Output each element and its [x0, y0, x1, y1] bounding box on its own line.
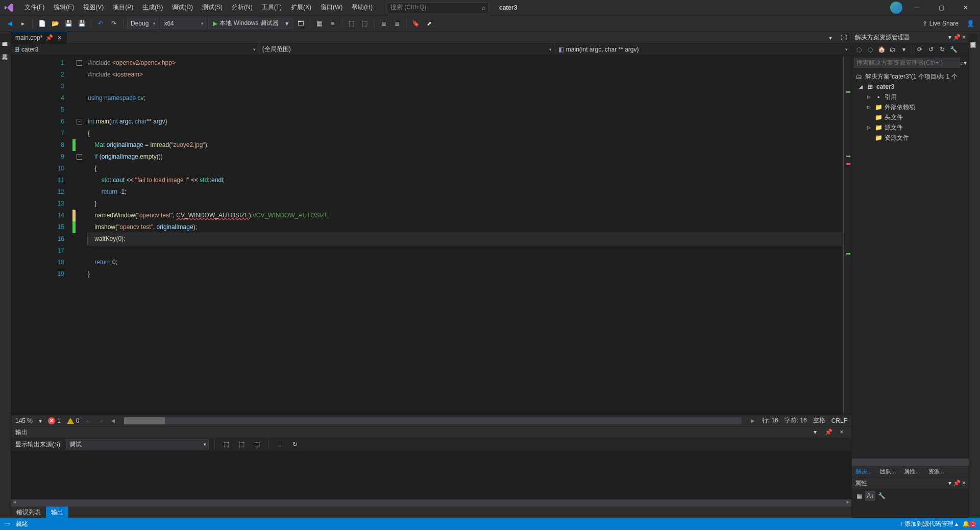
output-dropdown-icon[interactable]: ▾ — [810, 426, 821, 438]
hscrollbar[interactable] — [124, 417, 741, 424]
sol-tb-home[interactable]: 🏠 — [876, 44, 887, 55]
tree-references[interactable]: ▷ ▪ 引用 — [853, 92, 968, 102]
tree-project[interactable]: ◢ ⊞ cater3 — [853, 82, 968, 92]
search-icon[interactable]: ⌕ — [960, 59, 964, 66]
save-button[interactable]: 💾 — [63, 18, 74, 29]
tb-icon-8[interactable]: 🔖 — [410, 18, 422, 29]
rail-server-explorer[interactable]: 服务器资源管理器 — [0, 34, 11, 42]
tb-icon-9[interactable]: ⬈ — [424, 18, 435, 29]
feedback-button[interactable]: 👤 — [965, 18, 976, 29]
sol-tb-3[interactable]: 🗂 — [888, 44, 898, 55]
tree-sources[interactable]: ▷ 📁 源文件 — [853, 122, 968, 133]
notifications-button[interactable]: 🔔 1 — [962, 520, 976, 527]
output-tb-1[interactable]: ⬚ — [220, 439, 232, 450]
close-tab-icon[interactable]: × — [56, 34, 62, 42]
menu-help[interactable]: 帮助(H) — [348, 1, 377, 14]
sol-tb-sync[interactable]: ⟳ — [915, 44, 925, 55]
zoom-level[interactable]: 145 % — [15, 417, 33, 424]
nav-scope-project[interactable]: ⊞ cater3 — [11, 44, 259, 55]
tab-team[interactable]: 团队... — [876, 466, 900, 477]
panel-close-icon[interactable]: × — [962, 34, 966, 41]
props-wrench-icon[interactable]: 🔧 — [876, 491, 887, 501]
open-file-button[interactable]: 📂 — [50, 18, 61, 29]
col-indicator[interactable]: 字符: 16 — [785, 416, 807, 425]
search-box[interactable]: 搜索 (Ctrl+Q) ⌕ — [387, 2, 489, 13]
save-all-button[interactable]: 💾 — [76, 18, 87, 29]
output-source-dropdown[interactable]: 调试 — [66, 439, 209, 449]
menu-build[interactable]: 生成(B) — [138, 1, 167, 14]
hscroll-right[interactable]: ► — [750, 417, 756, 424]
tab-properties[interactable]: 属性... — [900, 466, 924, 477]
props-cat-icon[interactable]: ▦ — [854, 491, 864, 501]
tb-icon-5[interactable]: ⬚ — [359, 18, 371, 29]
config-dropdown[interactable]: Debug — [127, 18, 158, 29]
source-control-button[interactable]: ↑ 添加到源代码管理 ▴ — [900, 520, 959, 528]
search-dd-icon[interactable]: ▾ — [964, 59, 967, 66]
nav-next[interactable]: → — [97, 417, 104, 424]
output-close-icon[interactable]: × — [836, 426, 847, 438]
pin-icon[interactable]: 📌 — [45, 34, 53, 41]
tb-icon-6[interactable]: ≣ — [378, 18, 389, 29]
undo-button[interactable]: ↶ — [95, 18, 106, 29]
overview-ruler[interactable] — [843, 55, 851, 415]
props-close-icon[interactable]: × — [962, 479, 966, 487]
tb-icon-4[interactable]: ⬚ — [346, 18, 357, 29]
output-body[interactable] — [11, 451, 851, 499]
tree-headers[interactable]: 📁 头文件 — [853, 112, 968, 122]
tb-icon-3[interactable]: ≡ — [327, 18, 338, 29]
menu-extensions[interactable]: 扩展(X) — [287, 1, 315, 14]
solution-hscroll[interactable] — [852, 459, 969, 466]
tree-external[interactable]: ▷ 📁 外部依赖项 — [853, 102, 968, 112]
output-tb-5[interactable]: ↻ — [289, 439, 301, 450]
props-dropdown-icon[interactable]: ▾ — [948, 479, 951, 487]
new-file-button[interactable]: 📄 — [36, 18, 47, 29]
nav-scope-function[interactable]: ◧ main(int argc, char ** argv) — [555, 44, 851, 55]
tab-overflow-button[interactable]: ▾ — [825, 32, 836, 43]
output-pin-icon[interactable]: 📌 — [823, 426, 834, 438]
tree-solution-root[interactable]: 🗂 解决方案"cater3"(1 个项目/共 1 个 — [853, 71, 968, 82]
sol-tb-wrench[interactable]: 🔧 — [948, 44, 959, 55]
maximize-button[interactable]: ▢ — [931, 1, 951, 15]
tab-error-list[interactable]: 错误列表 — [11, 507, 46, 518]
sol-tb-1[interactable]: ◌ — [854, 44, 864, 55]
nav-back-button[interactable]: ◀ — [4, 18, 15, 29]
close-button[interactable]: ✕ — [955, 1, 976, 15]
start-debug-button[interactable]: ▶ 本地 Windows 调试器 ▾ — [208, 18, 292, 29]
sol-tb-5[interactable]: ↺ — [926, 44, 936, 55]
menu-view[interactable]: 视图(V) — [79, 1, 108, 14]
lineend-indicator[interactable]: CRLF — [831, 417, 847, 424]
menu-window[interactable]: 窗口(W) — [316, 1, 347, 14]
menu-analyze[interactable]: 分析(N) — [228, 1, 257, 14]
menu-edit[interactable]: 编辑(E) — [50, 1, 78, 14]
file-tab-main[interactable]: main.cpp* 📌 × — [11, 32, 67, 43]
redo-button[interactable]: ↷ — [108, 18, 119, 29]
tab-fullscreen-button[interactable]: ⛶ — [838, 32, 849, 43]
output-tb-2[interactable]: ⬚ — [236, 439, 247, 450]
menu-test[interactable]: 测试(S) — [198, 1, 227, 14]
spaces-indicator[interactable]: 空格 — [813, 416, 825, 425]
tb-icon-2[interactable]: ▦ — [314, 18, 325, 29]
rail-team-explorer[interactable]: 团队资源管理器 — [969, 34, 977, 42]
menu-debug[interactable]: 调试(D) — [168, 1, 197, 14]
output-tb-4[interactable]: ≣ — [274, 439, 285, 450]
line-indicator[interactable]: 行: 16 — [762, 416, 778, 425]
platform-dropdown[interactable]: x64 — [160, 18, 206, 29]
nav-fwd-button[interactable]: ▸ — [17, 18, 29, 29]
sol-tb-4[interactable]: ▾ — [899, 44, 909, 55]
error-count[interactable]: ✕1 — [48, 417, 61, 424]
menu-tools[interactable]: 工具(T) — [258, 1, 286, 14]
rail-toolbox[interactable]: 工具箱 — [0, 46, 11, 54]
solution-search-input[interactable] — [854, 58, 960, 68]
tb-icon-7[interactable]: ≣ — [391, 18, 403, 29]
avatar-icon[interactable] — [890, 2, 902, 14]
liveshare-button[interactable]: ⇪ Live Share — [918, 20, 963, 27]
props-pin-icon[interactable]: 📌 — [953, 479, 961, 487]
nav-prev[interactable]: ← — [85, 417, 91, 424]
props-az-icon[interactable]: A↓ — [865, 491, 875, 501]
menu-file[interactable]: 文件(F) — [20, 1, 48, 14]
zoom-dropdown-icon[interactable]: ▾ — [39, 417, 42, 424]
tab-solution[interactable]: 解决... — [852, 466, 876, 477]
code-area[interactable]: #include <opencv2/opencv.hpp>#include <i… — [86, 55, 843, 415]
tab-output[interactable]: 输出 — [46, 507, 68, 518]
nav-scope-global[interactable]: (全局范围) — [259, 44, 555, 55]
